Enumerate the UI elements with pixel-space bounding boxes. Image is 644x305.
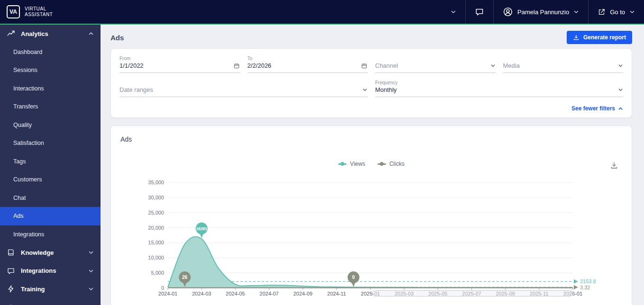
svg-text:5,000: 5,000	[151, 270, 164, 276]
svg-text:0: 0	[161, 285, 164, 291]
from-date-field[interactable]: From 1/1/2022	[120, 55, 240, 73]
goto-label: Go to	[610, 9, 625, 16]
svg-text:2024-07: 2024-07	[259, 291, 278, 296]
sidebar-item-interactions[interactable]: Interactions	[0, 80, 101, 98]
sidebar-item-quality[interactable]: Quality	[0, 116, 101, 135]
chat-button[interactable]	[466, 0, 493, 24]
svg-text:16281: 16281	[196, 226, 207, 231]
media-field-label	[503, 55, 624, 62]
legend-item-views[interactable]: Views	[338, 161, 365, 167]
brand-line2: ASSISTANT	[25, 12, 53, 18]
to-date-value: 2/2/2026	[248, 62, 272, 69]
external-link-icon	[598, 8, 606, 16]
user-menu-button[interactable]: Pamela Pannunzio	[494, 0, 588, 24]
sidebar-item-sessions[interactable]: Sessions	[0, 61, 101, 80]
svg-text:25,000: 25,000	[148, 210, 164, 215]
legend-item-clicks[interactable]: Clicks	[377, 161, 405, 167]
to-date-field[interactable]: To 2/2/2026	[248, 55, 368, 73]
chat-icon	[475, 7, 484, 17]
chat-icon	[7, 267, 15, 275]
channel-field-label	[375, 55, 496, 62]
svg-text:2024-03: 2024-03	[192, 291, 211, 296]
sidebar-section-analytics[interactable]: Analytics	[0, 25, 101, 43]
sidebar-item-transfers[interactable]: Transfers	[0, 98, 101, 116]
sidebar-section-knowledge[interactable]: Knowledge	[0, 243, 101, 262]
svg-text:2024-11: 2024-11	[327, 291, 346, 296]
legend-label: Clicks	[389, 161, 405, 167]
legend-label: Views	[350, 161, 365, 167]
chevron-up-icon	[618, 106, 623, 111]
svg-text:2153.8: 2153.8	[580, 278, 596, 284]
chevron-down-icon[interactable]	[362, 87, 368, 92]
brand-line1: VIRTUAL	[25, 6, 53, 12]
topbar-actions: Pamela Pannunzio Go to	[442, 0, 644, 24]
generate-report-button[interactable]: Generate report	[567, 31, 632, 44]
app-logo: VA	[7, 5, 20, 18]
chart-pin-0: 0	[348, 271, 359, 287]
bolt-icon	[7, 285, 15, 293]
sidebar-item-dashboard[interactable]: Dashboard	[0, 43, 101, 62]
sidebar-item-chat[interactable]: Chat	[0, 189, 101, 207]
frequency-value: Monthly	[375, 86, 397, 93]
chart-plot: 05,00010,00015,00020,00025,00030,00035,0…	[120, 173, 623, 301]
goto-menu-button[interactable]: Go to	[589, 0, 644, 24]
sidebar-item-ads[interactable]: Ads	[0, 207, 101, 225]
frequency-field-label: Frequency	[375, 80, 623, 86]
calendar-icon[interactable]	[361, 63, 368, 69]
chevron-down-icon	[88, 268, 94, 274]
legend-marker	[338, 163, 347, 165]
see-fewer-filters-link[interactable]: See fewer filters	[120, 105, 623, 112]
chevron-down-icon	[451, 9, 456, 15]
download-chart-icon[interactable]	[610, 161, 618, 170]
sidebar-section-training[interactable]: Training	[0, 280, 101, 298]
chevron-down-icon	[88, 250, 94, 255]
book-icon	[7, 248, 15, 257]
sidebar-item-tags[interactable]: Tags	[0, 152, 101, 171]
sidebar-section-label: Knowledge	[21, 249, 83, 256]
media-select[interactable]: Media	[503, 55, 624, 73]
chart-range-scrollbar[interactable]	[372, 290, 573, 296]
chevron-down-icon[interactable]	[490, 63, 496, 68]
topbar-dropdown-button[interactable]	[442, 0, 465, 24]
calendar-icon[interactable]	[233, 63, 240, 69]
sidebar-nav: AnalyticsDashboardSessionsInteractionsTr…	[0, 25, 101, 305]
frequency-select[interactable]: Frequency Monthly	[375, 80, 623, 97]
from-field-label: From	[120, 55, 240, 62]
sidebar-section-partial[interactable]	[0, 298, 101, 305]
svg-text:2024-01: 2024-01	[158, 291, 177, 296]
date-ranges-field-label	[120, 80, 368, 86]
svg-text:35,000: 35,000	[148, 179, 164, 185]
chevron-down-icon[interactable]	[618, 87, 623, 92]
page-header: Ads Generate report	[110, 28, 632, 46]
user-avatar-icon	[503, 7, 513, 17]
media-placeholder: Media	[503, 62, 520, 69]
series-line-views	[168, 237, 573, 288]
chevron-up-icon	[88, 31, 94, 36]
svg-text:26: 26	[182, 275, 188, 280]
sidebar-item-integrations[interactable]: Integrations	[0, 225, 101, 244]
from-date-value: 1/1/2022	[120, 62, 144, 69]
sidebar-section-label: Integrations	[21, 267, 83, 274]
svg-text:30,000: 30,000	[148, 195, 164, 200]
svg-text:3.32: 3.32	[580, 285, 590, 290]
sidebar-section-integrations[interactable]: Integrations	[0, 262, 101, 280]
user-name: Pamela Pannunzio	[517, 9, 569, 16]
date-ranges-placeholder: Date ranges	[120, 86, 153, 93]
sidebar-item-customers[interactable]: Customers	[0, 170, 101, 189]
chart-title: Ads	[120, 135, 132, 143]
chevron-down-icon	[88, 286, 94, 292]
date-ranges-select[interactable]: Date ranges	[120, 80, 368, 97]
main-content: Ads Generate report From 1/1/2022	[101, 25, 644, 305]
chart-pin-16281: 16281	[196, 223, 208, 238]
channel-select[interactable]: Channel	[375, 55, 496, 73]
topbar: VA VIRTUAL ASSISTANT Pamela Pannunzio	[0, 0, 644, 24]
page-title: Ads	[110, 34, 124, 42]
svg-text:0: 0	[352, 275, 355, 280]
channel-placeholder: Channel	[375, 62, 398, 69]
svg-text:15,000: 15,000	[148, 240, 164, 245]
bar-chart-icon	[7, 303, 15, 305]
chevron-down-icon[interactable]	[618, 63, 623, 68]
svg-text:2024-05: 2024-05	[226, 291, 245, 296]
sidebar-item-satisfaction[interactable]: Satisfaction	[0, 134, 101, 152]
generate-report-label: Generate report	[583, 34, 626, 41]
